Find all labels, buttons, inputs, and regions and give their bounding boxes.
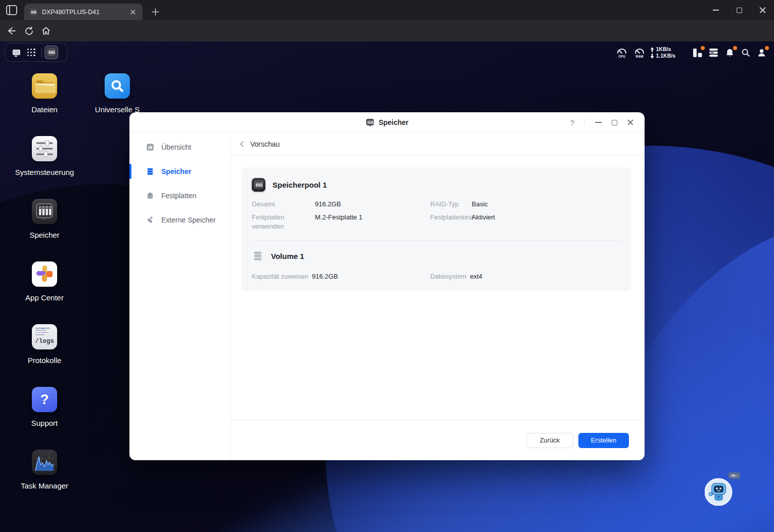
desktop-icon-speicher[interactable]: Speicher: [13, 199, 76, 239]
tab-title: DXP480TPLUS-D41: [42, 9, 128, 16]
back-button[interactable]: Zurück: [526, 433, 573, 448]
app-launcher-icon[interactable]: [24, 45, 39, 60]
search-icon[interactable]: [741, 48, 751, 58]
sidebar-item-speicher[interactable]: Speicher: [129, 163, 230, 180]
ram-monitor-icon[interactable]: RAM: [633, 47, 646, 59]
usb-icon: [146, 215, 155, 225]
desktop-icon-task-manager[interactable]: Task Manager: [13, 450, 76, 490]
upload-speed: 1KB/s: [656, 46, 671, 53]
sidebar-item-uebersicht[interactable]: Übersicht: [129, 139, 230, 155]
storage-app-icon: [32, 199, 57, 224]
tab-favicon-nas-icon: [29, 8, 37, 16]
widgets-icon[interactable]: [692, 48, 703, 58]
desktop-icon-label: Speicher: [29, 231, 59, 239]
device-status-icon[interactable]: [708, 48, 719, 58]
svg-text:RAM: RAM: [636, 55, 644, 58]
control-panel-icon: [32, 136, 57, 161]
dialog-close-button[interactable]: [627, 119, 633, 125]
back-chevron-icon[interactable]: [240, 141, 246, 147]
browser-toolbar: Nicht sicher 10.0.20.12:9999/desktop/?os…: [0, 20, 774, 41]
tab-close-icon[interactable]: [128, 8, 138, 17]
dialog-nas-icon: [366, 118, 375, 127]
desktop-icon-label: Systemsteuerung: [15, 168, 74, 176]
dialog-footer: Zurück Erstellen: [231, 420, 645, 460]
browser-minimize-button[interactable]: [704, 0, 727, 20]
sidebar-item-externe-speicher[interactable]: Externe Speicher: [129, 212, 230, 228]
svg-text:CPU: CPU: [619, 55, 626, 58]
network-speed-indicator[interactable]: 1KB/s 1.1KB/s: [650, 46, 675, 59]
field-dateisystem: Dateisystem ext4: [430, 272, 621, 281]
field-kapazitaet: Kapazität zuweisen 916.2GB: [252, 272, 430, 281]
browser-tabstrip: DXP480TPLUS-D41: [0, 0, 774, 20]
dock-speicher-app-icon[interactable]: [44, 46, 58, 59]
harddisk-icon: [146, 191, 155, 200]
field-festplatten-verwenden: Festplatten verwenden M.2-Festplatte 1: [252, 213, 430, 231]
browser-window-controls: [704, 0, 774, 20]
dialog-minimize-button[interactable]: [595, 122, 602, 123]
sidebar-item-festplatten[interactable]: Festplatten: [129, 188, 230, 204]
divider: [584, 119, 585, 126]
tab-actions-icon[interactable]: [6, 5, 17, 15]
desktop-icon-label: Protokolle: [28, 356, 62, 365]
desktop: CPU RAM 1KB/s 1.1KB/s: [0, 41, 774, 532]
desktop-icon-systemsteuerung[interactable]: Systemsteuerung: [13, 136, 76, 176]
desktop-icon-support[interactable]: ? Support: [13, 387, 76, 427]
task-manager-icon: [32, 450, 57, 475]
overview-chart-icon: [146, 143, 155, 152]
desktop-icon-label: App Center: [25, 293, 64, 302]
assistant-bubble: HI~: [729, 472, 740, 479]
breadcrumb[interactable]: Vorschau: [231, 133, 645, 155]
desktop-icon-universelle-suche[interactable]: Universelle S: [86, 73, 149, 114]
pool-icon: [252, 178, 265, 192]
field-gesamt: Gesamt 916.2GB: [252, 200, 430, 209]
dialog-sidebar: Übersicht Speicher Festplatten Externe S…: [129, 133, 231, 460]
dialog-maximize-button[interactable]: [612, 120, 617, 125]
browser-tab[interactable]: DXP480TPLUS-D41: [24, 4, 143, 20]
show-desktop-icon[interactable]: [9, 45, 24, 60]
volume-title: Volume 1: [271, 252, 304, 260]
desktop-icon-label: Task Manager: [21, 481, 68, 490]
desktop-icon-label: Dateien: [31, 105, 58, 114]
universal-search-icon: [105, 73, 130, 99]
system-tray: CPU RAM 1KB/s 1.1KB/s: [610, 43, 767, 62]
user-account-icon[interactable]: [756, 48, 767, 58]
storage-stack-icon: [146, 167, 155, 176]
taskbar-dock: [5, 43, 67, 62]
browser-maximize-button[interactable]: [727, 0, 751, 20]
volume-icon: [252, 250, 264, 262]
dialog-help-button[interactable]: ?: [570, 118, 574, 127]
logs-icon: /logs: [32, 324, 57, 349]
reload-icon[interactable]: [20, 23, 37, 39]
home-icon[interactable]: [37, 23, 55, 39]
dialog-title: Speicher: [379, 118, 408, 126]
field-festplattentest: Festplattentest Aktiviert: [430, 213, 621, 231]
cpu-monitor-icon[interactable]: CPU: [616, 47, 628, 59]
logs-icon-text: /logs: [32, 338, 57, 345]
dialog-titlebar[interactable]: Speicher ?: [129, 112, 645, 132]
new-tab-button[interactable]: [148, 4, 163, 19]
pool-summary-card: Speicherpool 1 Gesamt 916.2GB RAID-Typ B…: [242, 167, 631, 291]
browser-close-button[interactable]: [751, 0, 774, 20]
app-center-icon: [32, 261, 57, 287]
notifications-bell-icon[interactable]: [724, 48, 735, 58]
support-icon: ?: [32, 387, 57, 412]
desktop-icon-dateien[interactable]: Dateien: [13, 73, 76, 114]
pool-title: Speicherpool 1: [272, 181, 327, 189]
speicher-dialog: Speicher ? Übersicht: [129, 112, 645, 460]
breadcrumb-label: Vorschau: [250, 140, 280, 148]
divider: [252, 240, 621, 241]
back-icon[interactable]: [3, 23, 20, 39]
field-raid-typ: RAID-Typ Basic: [430, 200, 621, 209]
dialog-main: Vorschau Speicherpool 1 Gesamt: [231, 133, 645, 460]
desktop-icon-protokolle[interactable]: /logs Protokolle: [13, 324, 76, 365]
create-button[interactable]: Erstellen: [578, 433, 629, 448]
desktop-icon-app-center[interactable]: App Center: [13, 261, 76, 302]
screen: DXP480TPLUS-D41 Nicht sicher: [0, 0, 774, 532]
assistant-robot[interactable]: HI~: [705, 477, 733, 506]
download-speed: 1.1KB/s: [656, 53, 675, 59]
desktop-icon-label: Support: [31, 419, 58, 427]
files-icon: [32, 73, 57, 99]
